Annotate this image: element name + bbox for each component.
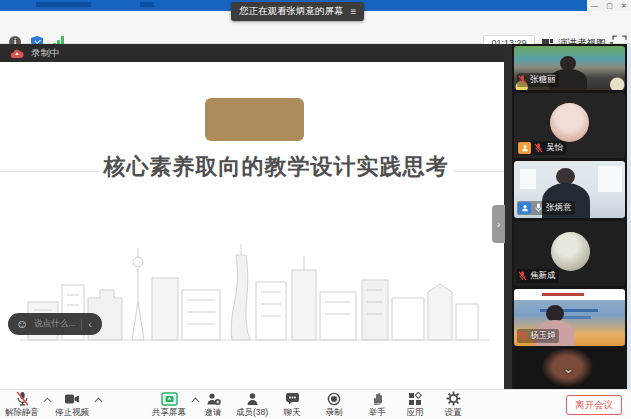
mic-muted-icon <box>15 391 30 406</box>
unmute-label: 解除静音 <box>5 407 39 419</box>
participant-name: 杨玉婵 <box>530 330 556 342</box>
sidebar-right-edge <box>627 44 631 389</box>
record-icon <box>327 391 341 406</box>
share-screen-label: 共享屏幕 <box>152 407 186 419</box>
members-icon <box>246 391 259 406</box>
invite-person-icon <box>206 391 221 406</box>
members-button[interactable]: 成员(38) <box>230 391 274 419</box>
mic-muted-icon <box>534 143 543 153</box>
expand-panel-tab[interactable]: › <box>492 205 505 243</box>
share-screen-icon <box>161 391 178 406</box>
chat-button[interactable]: 聊天 <box>270 391 314 419</box>
collapse-video-list-chevron[interactable]: ⌄ <box>563 362 574 375</box>
minimize-button[interactable]: — <box>591 2 598 9</box>
members-label: 成员(38) <box>236 407 268 419</box>
leave-meeting-button[interactable]: 离开会议 <box>566 395 622 415</box>
cloud-record-icon <box>10 48 24 59</box>
quick-message-pill[interactable]: ☺ 说点什么... ‹ <box>8 313 102 335</box>
stop-video-label: 停止视频 <box>55 407 89 419</box>
member-badge-icon <box>518 142 531 154</box>
stop-video-button[interactable]: 停止视频 <box>50 391 94 419</box>
shared-screen-area: 录制中 核心素养取向的教学设计实践思考 <box>0 44 504 389</box>
invite-button[interactable]: 邀请 <box>191 391 235 419</box>
mic-muted-icon <box>518 271 527 281</box>
participant-name: 焦新成 <box>530 270 556 282</box>
bottom-toolbar: 解除静音 停止视频 共享屏 <box>0 389 631 419</box>
participant-tile[interactable]: 焦新成 <box>514 221 625 286</box>
slide-title: 核心素养取向的教学设计实践思考 <box>0 152 504 182</box>
record-button[interactable]: 录制 <box>312 391 356 419</box>
avatar <box>551 232 590 271</box>
chat-label: 聊天 <box>284 407 301 419</box>
camera-icon <box>64 391 80 406</box>
recording-label: 录制中 <box>31 47 60 60</box>
invite-label: 邀请 <box>205 407 222 419</box>
close-button[interactable]: ✕ <box>621 2 627 9</box>
participant-name: 张炳意 <box>546 202 572 214</box>
raise-hand-label: 举手 <box>369 407 386 419</box>
smiley-icon[interactable]: ☺ <box>16 318 28 330</box>
participant-tile[interactable]: 张糖丽 <box>514 46 625 90</box>
participant-tile[interactable]: 杨玉婵 <box>514 289 625 346</box>
apps-label: 应用 <box>407 407 424 419</box>
presentation-slide: 核心素养取向的教学设计实践思考 <box>0 62 504 389</box>
content-sidebar-divider <box>504 44 512 389</box>
participant-name: 吴怡 <box>546 142 563 154</box>
participant-name: 张糖丽 <box>530 74 556 86</box>
avatar <box>550 103 589 142</box>
chevron-right-icon: › <box>497 218 501 230</box>
settings-button[interactable]: 设置 <box>431 391 475 419</box>
watching-screen-text: 您正在观看张炳意的屏幕 <box>239 5 344 18</box>
meeting-window: — ▢ ✕ 您正在观看张炳意的屏幕 ≡ i 01:13:29 演讲者视图 ▾ <box>0 0 631 419</box>
collapse-left-icon[interactable]: ‹ <box>88 319 92 330</box>
window-controls: — ▢ ✕ <box>587 0 631 11</box>
raise-hand-icon <box>371 391 384 406</box>
participant-tile[interactable]: 张炳意 <box>514 161 625 218</box>
pill-divider <box>81 319 82 330</box>
participants-sidebar: 张糖丽 吴怡 <box>512 44 631 389</box>
video-options-caret[interactable] <box>94 397 103 403</box>
chat-bubble-icon <box>285 391 300 406</box>
mic-muted-icon <box>518 331 527 341</box>
mic-on-icon <box>534 203 543 213</box>
recording-bar: 录制中 <box>0 44 504 62</box>
gear-icon <box>446 391 461 406</box>
message-placeholder[interactable]: 说点什么... <box>34 318 75 330</box>
share-screen-button[interactable]: 共享屏幕 <box>147 391 191 419</box>
settings-label: 设置 <box>445 407 462 419</box>
slide-accent-rectangle <box>205 98 304 141</box>
apps-grid-icon <box>408 391 422 406</box>
unmute-button[interactable]: 解除静音 <box>0 391 44 419</box>
presenter-badge-icon <box>518 202 531 214</box>
record-label: 录制 <box>326 407 343 419</box>
banner-menu-icon[interactable]: ≡ <box>351 6 357 17</box>
maximize-button[interactable]: ▢ <box>606 2 613 9</box>
watching-screen-banner[interactable]: 您正在观看张炳意的屏幕 ≡ <box>231 2 364 21</box>
mic-muted-icon <box>518 75 527 85</box>
participant-tile[interactable]: 吴怡 <box>514 93 625 158</box>
